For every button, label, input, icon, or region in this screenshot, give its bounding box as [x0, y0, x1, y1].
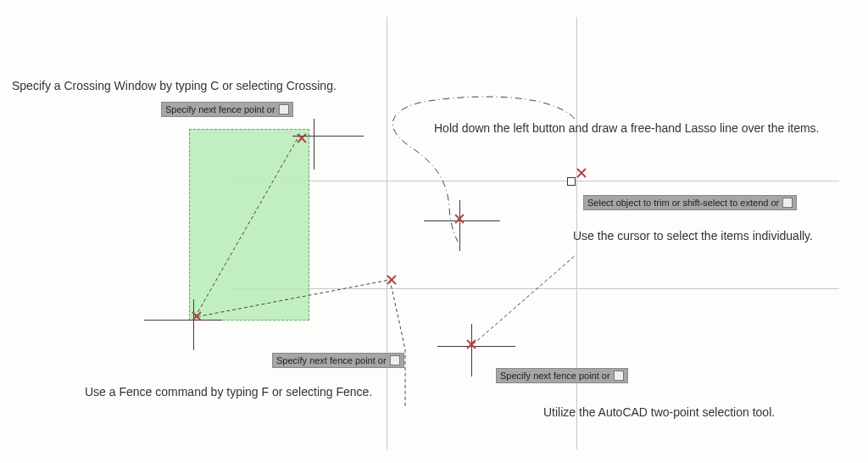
marker-crossing-bottom	[192, 311, 202, 321]
pickbox-cursor	[567, 177, 576, 186]
marker-crossing-top	[297, 133, 307, 143]
svg-line-0	[473, 254, 576, 344]
marker-lower	[466, 339, 476, 349]
twopoint-line	[0, 0, 868, 463]
marker-cursor	[576, 168, 587, 178]
marker-fence-mid	[387, 275, 397, 285]
marker-center	[454, 214, 465, 224]
